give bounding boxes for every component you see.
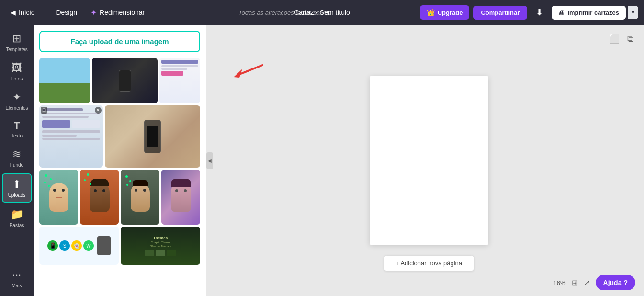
sidebar-item-uploads[interactable]: ⬆ Uploads <box>2 173 32 203</box>
list-item[interactable] <box>161 170 200 225</box>
panel-collapse-handle[interactable]: ◀ <box>206 25 214 296</box>
resize-label: Redimensionar <box>100 9 145 16</box>
fullscreen-button[interactable]: ⤢ <box>584 278 590 287</box>
resize-button[interactable]: ✦ Redimensionar <box>86 5 149 20</box>
canvas-page <box>370 76 488 245</box>
crown-icon: 👑 <box>427 9 435 16</box>
arrow-annotation <box>229 51 272 86</box>
chevron-down-icon: ▾ <box>632 9 634 16</box>
templates-label: Templates <box>6 47 28 52</box>
image-row-1 <box>39 58 200 103</box>
download-button[interactable]: ⬇ <box>531 4 548 21</box>
grid-view-button[interactable]: ⊞ <box>572 278 578 287</box>
print-label: Imprimir cartazes <box>567 9 619 16</box>
download-icon: ⬇ <box>536 8 543 17</box>
list-item[interactable]: Themes Chaplin Theme Glee de Thèmes <box>121 227 200 265</box>
list-item[interactable] <box>159 58 200 103</box>
upload-label: Faça upload de uma imagem <box>70 37 169 46</box>
fundo-label: Fundo <box>10 162 23 168</box>
list-item[interactable] <box>80 170 119 225</box>
canvas-bottom-bar: 16% ⊞ ⤢ Ajuda ? <box>554 275 635 290</box>
back-button[interactable]: ◀ Início <box>6 6 39 19</box>
back-label: Início <box>19 9 34 16</box>
header: ◀ Início Design ✦ Redimensionar Todas as… <box>0 0 644 25</box>
upload-image-button[interactable]: Faça upload de uma imagem <box>39 31 200 52</box>
left-panel: Faça upload de uma imagem <box>34 25 206 296</box>
design-label: Design <box>56 9 77 16</box>
photos-icon: 🖼 <box>11 62 22 74</box>
more-icon: ··· <box>12 269 21 281</box>
canvas-top-icons: ⬜ ⧉ <box>607 32 635 46</box>
share-label: Compartilhar <box>481 9 520 16</box>
design-button[interactable]: Design <box>51 6 82 19</box>
saved-text: Todas as alterações foram salvas <box>153 9 416 16</box>
back-arrow-icon: ◀ <box>11 9 16 16</box>
sidebar-item-fundo[interactable]: ≋ Fundo <box>2 144 32 171</box>
help-button[interactable]: Ajuda ? <box>596 275 635 290</box>
help-icon: ? <box>623 279 628 286</box>
sidebar-item-fotos[interactable]: 🖼 Fotos <box>2 58 32 85</box>
add-page-button[interactable]: + Adicionar nova página <box>384 255 474 271</box>
add-page-label: + Adicionar nova página <box>395 260 462 267</box>
upload-button-area: Faça upload de uma imagem <box>34 25 206 56</box>
image-row-3 <box>39 170 200 225</box>
collapse-icon: ◀ <box>206 152 213 169</box>
fotos-label: Fotos <box>11 76 23 81</box>
header-right: 👑 Upgrade Compartilhar ⬇ 🖨 Imprimir cart… <box>420 4 638 21</box>
image-row-2: ☐ ✕ <box>39 105 200 168</box>
upgrade-button[interactable]: 👑 Upgrade <box>420 5 470 20</box>
list-item[interactable]: 📱 S 👻 W <box>39 227 119 265</box>
print-dropdown-button[interactable]: ▾ <box>628 6 638 19</box>
zoom-level[interactable]: 16% <box>554 279 566 286</box>
print-button[interactable]: 🖨 Imprimir cartazes <box>552 6 626 20</box>
elementos-label: Elementos <box>5 105 28 111</box>
templates-icon: ⊞ <box>12 33 21 45</box>
document-title: Cartaz - Sem título <box>294 9 350 16</box>
image-close-icon[interactable]: ✕ <box>95 107 102 114</box>
uploads-icon: ⬆ <box>12 178 21 191</box>
list-item[interactable] <box>92 58 158 103</box>
sidebar-item-pastas[interactable]: 📁 Pastas <box>2 205 32 232</box>
image-grid: ☐ ✕ <box>34 56 206 296</box>
resize-star-icon: ✦ <box>90 8 97 17</box>
help-label: Ajuda <box>603 279 622 286</box>
svg-marker-0 <box>234 69 242 78</box>
list-item[interactable] <box>105 105 200 168</box>
sidebar-item-texto[interactable]: T Texto <box>2 116 32 142</box>
list-item[interactable] <box>39 58 90 103</box>
upgrade-label: Upgrade <box>438 9 463 16</box>
canvas-copy-icon[interactable]: ⧉ <box>625 32 635 46</box>
image-checkbox: ☐ <box>41 107 47 114</box>
mais-label: Mais <box>11 283 22 288</box>
list-item[interactable] <box>121 170 159 225</box>
sidebar-item-templates[interactable]: ⊞ Templates <box>2 29 32 56</box>
text-icon: T <box>14 120 20 131</box>
list-item[interactable]: ☐ ✕ <box>39 105 103 168</box>
sidebar: ⊞ Templates 🖼 Fotos ✦ Elementos T Texto … <box>0 25 34 296</box>
canvas-frame-icon[interactable]: ⬜ <box>607 32 621 46</box>
background-icon: ≋ <box>12 148 21 160</box>
sidebar-item-mais[interactable]: ··· Mais <box>2 265 32 292</box>
texto-label: Texto <box>11 133 23 138</box>
share-button[interactable]: Compartilhar <box>473 6 527 20</box>
uploads-label: Uploads <box>8 193 26 198</box>
folders-icon: 📁 <box>11 208 23 221</box>
image-row-4: 📱 S 👻 W Themes Chaplin Theme Glee de Thè… <box>39 227 200 265</box>
list-item[interactable] <box>39 170 78 225</box>
pastas-label: Pastas <box>10 223 24 228</box>
main-area: ⊞ Templates 🖼 Fotos ✦ Elementos T Texto … <box>0 25 644 296</box>
print-icon: 🖨 <box>558 9 565 16</box>
elements-icon: ✦ <box>12 91 21 103</box>
sidebar-item-elementos[interactable]: ✦ Elementos <box>2 87 32 114</box>
header-divider <box>45 6 45 19</box>
canvas-area: ⬜ ⧉ + Adicionar nova página 16% ⊞ ⤢ Ajud… <box>214 25 644 296</box>
